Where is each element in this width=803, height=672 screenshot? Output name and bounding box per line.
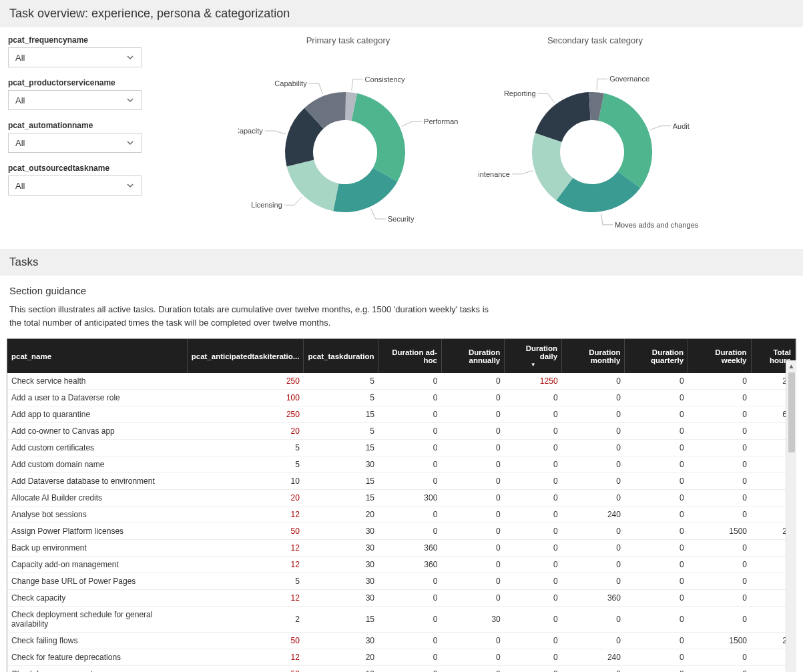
guidance-text: This section illustrates all active task… — [9, 303, 490, 329]
secondary-donut-chart[interactable]: AuditMoves adds and changesMaintenanceRe… — [479, 52, 712, 239]
filter-value: All — [15, 181, 25, 191]
table-cell: 50 — [187, 523, 304, 540]
table-cell: Check for new connectors — [7, 666, 187, 673]
table-cell: 30 — [304, 590, 378, 607]
page-title: Task overview: experience, persona & cat… — [9, 7, 290, 20]
column-header[interactable]: pcat_name — [7, 339, 187, 373]
table-scrollbar[interactable]: ▲ ▼ — [786, 360, 796, 672]
table-cell: Add co-owner to Canvas app — [7, 423, 187, 440]
table-cell: 0 — [378, 633, 441, 649]
table-cell: 0 — [505, 423, 562, 440]
donut-slice-label: Audit — [672, 122, 689, 130]
filter-dropdown[interactable]: All — [8, 47, 142, 67]
table-row[interactable]: Add a user to a Dataverse role1005000000… — [7, 390, 796, 406]
table-cell: 0 — [562, 473, 625, 490]
sort-desc-icon: ▼ — [509, 362, 557, 368]
table-cell: 0 — [625, 507, 688, 523]
chevron-down-icon — [126, 182, 134, 190]
table-cell: 0 — [378, 406, 441, 423]
table-cell: 0 — [505, 633, 562, 649]
filter-group: pcat_productorservicenameAll — [8, 78, 142, 110]
filter-group: pcat_automationnameAll — [8, 121, 142, 153]
table-cell: 0 — [378, 523, 441, 540]
table-row[interactable]: Check service health250500125000021 — [7, 373, 796, 390]
column-header[interactable]: Duration daily▼ — [505, 339, 562, 373]
chevron-down-icon — [126, 96, 134, 104]
table-row[interactable]: Add Dataverse database to environment101… — [7, 473, 796, 490]
secondary-chart-block: Secondary task category AuditMoves adds … — [479, 35, 712, 241]
donut-slice[interactable] — [351, 93, 405, 182]
table-cell: 250 — [187, 373, 304, 390]
donut-slice-label: Licensing — [251, 201, 282, 209]
table-cell: 30 — [304, 456, 378, 473]
table-cell: 0 — [441, 540, 504, 557]
filter-dropdown[interactable]: All — [8, 176, 142, 196]
filter-group: pcat_outsourcedtasknameAll — [8, 163, 142, 196]
table-cell: 0 — [505, 540, 562, 557]
filter-value: All — [15, 53, 25, 63]
table-row[interactable]: Add app to quarantine2501500000063 — [7, 406, 796, 423]
table-cell: 0 — [441, 473, 504, 490]
table-row[interactable]: Back up environment1230360000006 — [7, 540, 796, 557]
filter-label: pcat_productorservicename — [8, 78, 142, 87]
table-row[interactable]: Analyse bot sessions1220000240004 — [7, 507, 796, 523]
donut-slice-label: Capacity — [238, 127, 263, 135]
table-row[interactable]: Add co-owner to Canvas app2050000002 — [7, 423, 796, 440]
table-cell: 0 — [562, 440, 625, 456]
table-cell: 15 — [304, 490, 378, 507]
label-leader-line — [401, 121, 421, 126]
table-cell: 20 — [304, 649, 378, 666]
table-cell: 0 — [441, 373, 504, 390]
table-cell: 100 — [187, 390, 304, 406]
table-cell: 0 — [688, 373, 751, 390]
label-leader-line — [351, 79, 362, 91]
table-row[interactable]: Check failing flows503000000150025 — [7, 633, 796, 649]
table-cell: 1250 — [505, 373, 562, 390]
table-row[interactable]: Capacity add-on management1230360000006 — [7, 557, 796, 573]
column-header[interactable]: Duration weekly — [688, 339, 751, 373]
donut-slice[interactable] — [535, 92, 590, 142]
filter-label: pcat_automationname — [8, 121, 142, 130]
table-row[interactable]: Check for feature deprecations1220000240… — [7, 649, 796, 666]
table-cell: 0 — [688, 390, 751, 406]
table-cell: 12 — [187, 557, 304, 573]
filter-value: All — [15, 138, 25, 148]
column-header[interactable]: Duration ad-hoc — [378, 339, 441, 373]
primary-donut-chart[interactable]: PerformanceSecurityLicensingCapacityCapa… — [238, 52, 459, 239]
table-cell: 0 — [688, 540, 751, 557]
column-header[interactable]: pcat_anticipatedtaskiteratio... — [187, 339, 304, 373]
table-cell: 0 — [688, 590, 751, 607]
donut-slice[interactable] — [598, 93, 651, 188]
table-cell: 0 — [562, 523, 625, 540]
table-cell: 0 — [505, 573, 562, 590]
column-header[interactable]: Duration monthly — [562, 339, 625, 373]
table-row[interactable]: Check deployment schedule for general av… — [7, 607, 796, 633]
column-header[interactable]: pcat_taskduration — [304, 339, 378, 373]
table-cell: 5 — [304, 390, 378, 406]
table-header[interactable]: pcat_namepcat_anticipatedtaskiteratio...… — [7, 339, 796, 373]
table-cell: 0 — [562, 666, 625, 673]
scroll-up-arrow[interactable]: ▲ — [786, 360, 796, 371]
table-row[interactable]: Allocate AI Builder credits2015300000005 — [7, 490, 796, 507]
table-cell: 360 — [378, 557, 441, 573]
table-cell: Check failing flows — [7, 633, 187, 649]
table-cell: 15 — [304, 607, 378, 633]
table-row[interactable]: Assign Power Platform licenses5030000001… — [7, 523, 796, 540]
column-header[interactable]: Duration quarterly — [625, 339, 688, 373]
table-cell: 0 — [562, 540, 625, 557]
table-row[interactable]: Change base URL of Power Pages5300000000 — [7, 573, 796, 590]
table-row[interactable]: Check capacity1230000360006 — [7, 590, 796, 607]
filter-dropdown[interactable]: All — [8, 90, 142, 110]
table-cell: Add custom certificates — [7, 440, 187, 456]
tasks-table[interactable]: pcat_namepcat_anticipatedtaskiteratio...… — [7, 339, 796, 672]
table-row[interactable]: Add custom certificates5150000000 — [7, 440, 796, 456]
scroll-thumb[interactable] — [788, 372, 795, 452]
table-cell: 0 — [625, 440, 688, 456]
column-header[interactable]: Duration annually — [441, 339, 504, 373]
table-row[interactable]: Check for new connectors50100000008 — [7, 666, 796, 673]
table-cell: 0 — [505, 473, 562, 490]
filter-label: pcat_frequencyname — [8, 35, 142, 45]
filter-dropdown[interactable]: All — [8, 133, 142, 153]
donut-slice[interactable] — [286, 159, 338, 211]
table-row[interactable]: Add custom domain name5300000000 — [7, 456, 796, 473]
